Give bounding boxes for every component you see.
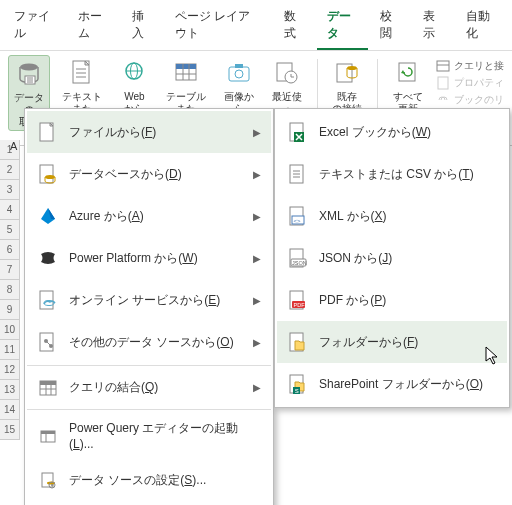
submenu-item[interactable]: Excel ブックから(W)	[277, 111, 507, 153]
menu-icon: PDF	[287, 289, 309, 311]
svg-rect-46	[41, 431, 55, 434]
menu-item[interactable]: Power Query エディターの起動(L)...	[27, 409, 271, 459]
menu-label: Power Platform から(W)	[69, 250, 243, 267]
row-header[interactable]: 2	[0, 160, 20, 180]
menu-label: JSON から(J)	[319, 250, 497, 267]
chevron-right-icon: ▶	[253, 169, 261, 180]
menu-item[interactable]: クエリの結合(Q)▶	[27, 365, 271, 407]
menu-icon	[37, 377, 59, 399]
menu-icon	[287, 331, 309, 353]
submenu-item[interactable]: PDFPDF から(P)	[277, 279, 507, 321]
menu-icon	[37, 425, 59, 447]
svg-point-51	[51, 484, 53, 486]
chevron-right-icon: ▶	[253, 337, 261, 348]
row-header[interactable]: 3	[0, 180, 20, 200]
menu-icon	[37, 163, 59, 185]
submenu-item[interactable]: <>XML から(X)	[277, 195, 507, 237]
menu-label: ファイルから(F)	[69, 124, 243, 141]
menu-label: テキストまたは CSV から(T)	[319, 166, 497, 183]
submenu-item[interactable]: フォルダーから(F)	[277, 321, 507, 363]
menu-icon	[37, 247, 59, 269]
svg-point-25	[347, 66, 357, 70]
menu-icon	[37, 289, 59, 311]
menu-icon	[287, 163, 309, 185]
menu-icon: <>	[287, 205, 309, 227]
tab-挿入[interactable]: 挿入	[122, 2, 163, 50]
submenu-item[interactable]: JSONJSON から(J)	[277, 237, 507, 279]
row-header[interactable]: 13	[0, 380, 20, 400]
menu-icon	[37, 469, 59, 491]
row-header[interactable]: 6	[0, 240, 20, 260]
menu-label: クエリの結合(Q)	[69, 379, 243, 396]
tab-データ[interactable]: データ	[317, 2, 369, 50]
from-file-submenu: Excel ブックから(W)テキストまたは CSV から(T)<>XML から(…	[274, 108, 510, 408]
menu-label: XML から(X)	[319, 208, 497, 225]
row-header[interactable]: 11	[0, 340, 20, 360]
file-csv-icon	[66, 57, 98, 89]
row-header[interactable]: 14	[0, 400, 20, 420]
chevron-right-icon: ▶	[253, 253, 261, 264]
menu-item[interactable]: データベースから(D)▶	[27, 153, 271, 195]
menu-icon	[37, 121, 59, 143]
menu-label: フォルダーから(F)	[319, 334, 497, 351]
menu-item[interactable]: データ ソースの設定(S)...	[27, 459, 271, 501]
svg-rect-30	[438, 77, 448, 89]
menu-item[interactable]: Azure から(A)▶	[27, 195, 271, 237]
row-header[interactable]: 12	[0, 360, 20, 380]
submenu-item[interactable]: テキストまたは CSV から(T)	[277, 153, 507, 195]
menu-icon: S	[287, 373, 309, 395]
submenu-item[interactable]: SSharePoint フォルダーから(O)	[277, 363, 507, 405]
menu-label: データ ソースの設定(S)...	[69, 472, 261, 489]
menu-item[interactable]: ファイルから(F)▶	[27, 111, 271, 153]
svg-text:<>: <>	[294, 218, 302, 224]
tab-ファイル[interactable]: ファイル	[4, 2, 66, 50]
menu-label: Excel ブックから(W)	[319, 124, 497, 141]
tab-表示[interactable]: 表示	[413, 2, 454, 50]
properties-item[interactable]: プロパティ	[436, 76, 504, 90]
queries-connections-item[interactable]: クエリと接	[436, 59, 504, 73]
menu-item[interactable]: Power Platform から(W)▶	[27, 237, 271, 279]
svg-rect-34	[40, 291, 53, 309]
menu-item[interactable]: オンライン サービスから(E)▶	[27, 279, 271, 321]
svg-point-0	[20, 64, 38, 71]
globe-icon	[118, 57, 150, 89]
menu-item[interactable]: その他のデータ ソースから(O)▶	[27, 321, 271, 363]
ribbon-side-panel: クエリと接 プロパティ ブックのリ	[436, 55, 504, 107]
svg-text:PDF: PDF	[294, 302, 306, 308]
table-icon	[170, 57, 202, 89]
tab-数式[interactable]: 数式	[274, 2, 315, 50]
menu-label: SharePoint フォルダーから(O)	[319, 376, 497, 393]
row-header[interactable]: 9	[0, 300, 20, 320]
svg-text:JSON: JSON	[292, 260, 307, 266]
recent-icon	[271, 57, 303, 89]
row-header[interactable]: 10	[0, 320, 20, 340]
menu-icon	[37, 205, 59, 227]
workbook-links-item[interactable]: ブックのリ	[436, 93, 504, 107]
svg-rect-41	[40, 381, 56, 385]
menu-icon: JSON	[287, 247, 309, 269]
row-header[interactable]: 15	[0, 420, 20, 440]
menu-label: Power Query エディターの起動(L)...	[69, 420, 261, 451]
tab-ホーム[interactable]: ホーム	[68, 2, 120, 50]
row-header[interactable]: 8	[0, 280, 20, 300]
row-header[interactable]: 7	[0, 260, 20, 280]
menu-label: Azure から(A)	[69, 208, 243, 225]
menu-item[interactable]: クエリ オプション(P)	[27, 501, 271, 505]
svg-rect-28	[437, 61, 449, 71]
tab-ページ レイアウト[interactable]: ページ レイアウト	[165, 2, 272, 50]
menu-label: オンライン サービスから(E)	[69, 292, 243, 309]
ribbon-tabs: ファイルホーム挿入ページ レイアウト数式データ校閲表示自動化	[0, 0, 512, 51]
chevron-right-icon: ▶	[253, 295, 261, 306]
row-header[interactable]: 5	[0, 220, 20, 240]
tab-校閲[interactable]: 校閲	[370, 2, 411, 50]
tab-自動化[interactable]: 自動化	[456, 2, 508, 50]
row-headers: 123456789101112131415	[0, 140, 20, 440]
refresh-icon	[392, 57, 424, 89]
row-header[interactable]: 4	[0, 200, 20, 220]
svg-rect-13	[176, 64, 196, 69]
database-icon	[13, 58, 45, 90]
svg-point-33	[45, 175, 55, 179]
menu-icon	[287, 121, 309, 143]
get-data-menu: ファイルから(F)▶データベースから(D)▶Azure から(A)▶Power …	[24, 108, 274, 505]
menu-label: その他のデータ ソースから(O)	[69, 334, 243, 351]
